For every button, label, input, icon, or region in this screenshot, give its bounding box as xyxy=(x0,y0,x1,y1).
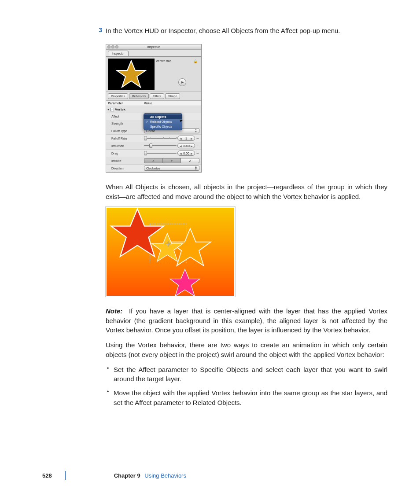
step-number: 3 xyxy=(95,26,102,35)
param-influence-label: Influence xyxy=(106,143,142,148)
window-title: Inspector xyxy=(147,45,160,48)
param-affect-label: Affect xyxy=(106,114,142,119)
param-drag-label: Drag xyxy=(106,151,142,156)
svg-marker-1 xyxy=(111,209,164,256)
param-falloff-type-label: Falloff Type xyxy=(106,129,142,133)
svg-marker-0 xyxy=(117,61,146,87)
tab-inspector[interactable]: Inspector xyxy=(108,51,129,56)
page-footer: 528 Chapter 9 Using Behaviors xyxy=(42,471,386,480)
tab-shape[interactable]: Shape xyxy=(165,93,180,99)
tab-properties[interactable]: Properties xyxy=(108,93,128,99)
paragraph-all-objects: When All Objects is chosen, all objects … xyxy=(106,182,387,202)
include-axes[interactable]: X Y Z xyxy=(144,158,199,163)
axis-y[interactable]: Y xyxy=(163,158,181,163)
disclosure-dash[interactable]: – xyxy=(196,151,199,155)
axis-x[interactable]: X xyxy=(144,158,163,163)
note-paragraph: Note: If you have a layer that is center… xyxy=(106,306,387,335)
bullet-specific-objects: Set the Affect parameter to Specific Obj… xyxy=(114,365,387,384)
falloff-rate-value[interactable]: ◀1▶ xyxy=(177,136,195,141)
menu-specific-objects[interactable]: Specific Objects xyxy=(144,124,182,129)
disclosure-dash[interactable]: – xyxy=(196,136,199,140)
note-label: Note: xyxy=(106,307,122,315)
paragraph-two-ways: Using the Vortex behavior, there are two… xyxy=(106,340,387,360)
behavior-row: ▼ ✓ Vortex xyxy=(106,106,201,113)
preview-thumbnail xyxy=(108,59,155,90)
chapter-label: Chapter 9 xyxy=(114,472,140,479)
drag-slider[interactable] xyxy=(144,151,177,155)
bullet-related-objects: Move the object with the applied Vortex … xyxy=(114,388,387,408)
behavior-name: Vortex xyxy=(115,107,125,111)
chapter-title: Using Behaviors xyxy=(144,472,186,479)
play-button[interactable]: ▶ xyxy=(178,78,186,86)
direction-dropdown[interactable]: Clockwise▲▼ xyxy=(144,166,199,171)
step-text: In the Vortex HUD or Inspector, choose A… xyxy=(106,26,340,35)
svg-marker-4 xyxy=(170,269,200,296)
tab-filters[interactable]: Filters xyxy=(150,93,164,99)
param-include-label: Include xyxy=(106,158,142,163)
lock-icon[interactable]: 🔒 xyxy=(193,59,198,63)
tab-behaviors[interactable]: Behaviors xyxy=(129,93,149,99)
axis-z[interactable]: Z xyxy=(181,158,199,163)
param-direction-label: Direction xyxy=(106,166,142,171)
disclosure-dash[interactable]: – xyxy=(196,143,199,148)
header-value: Value xyxy=(142,101,201,106)
menu-related-objects[interactable]: ✓Related Objects xyxy=(144,119,182,124)
page-number: 528 xyxy=(42,472,52,479)
traffic-lights xyxy=(107,45,118,48)
affect-popup-menu[interactable]: All Objects ✓Related Objects Specific Ob… xyxy=(144,113,182,130)
header-parameter: Parameter xyxy=(106,101,142,106)
note-text: If you have a layer that is center-align… xyxy=(106,307,387,334)
drag-value[interactable]: ◀0.00▶ xyxy=(177,151,195,156)
param-strength-label: Strength xyxy=(106,121,142,126)
window-titlebar: Inspector xyxy=(106,44,201,50)
param-falloff-rate-label: Falloff Rate xyxy=(106,136,142,141)
menu-all-objects[interactable]: All Objects xyxy=(144,114,182,119)
result-canvas xyxy=(106,207,235,297)
behavior-enable-checkbox[interactable]: ✓ xyxy=(111,108,114,111)
object-name: center star xyxy=(156,59,171,63)
falloff-rate-slider[interactable] xyxy=(144,136,177,140)
influence-value[interactable]: ◀1000▶ xyxy=(177,143,195,148)
influence-slider[interactable] xyxy=(144,144,177,147)
inspector-panel: Inspector Inspector center star 🔒 ▶ Prop… xyxy=(106,44,202,173)
